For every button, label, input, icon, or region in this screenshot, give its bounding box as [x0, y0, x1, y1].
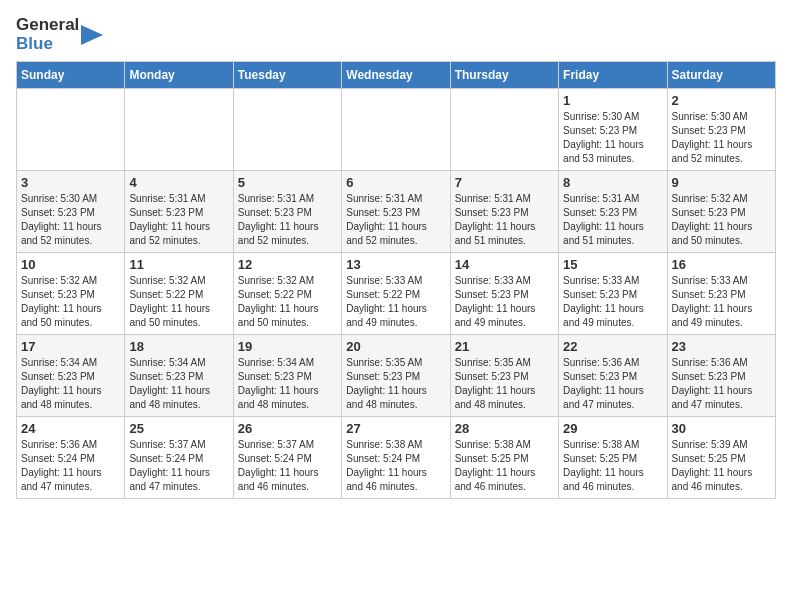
day-number: 17 — [21, 339, 120, 354]
day-info: Sunrise: 5:31 AM Sunset: 5:23 PM Dayligh… — [346, 192, 445, 248]
logo-general-text: General — [16, 16, 79, 35]
calendar-cell: 9Sunrise: 5:32 AM Sunset: 5:23 PM Daylig… — [667, 171, 775, 253]
day-number: 1 — [563, 93, 662, 108]
day-info: Sunrise: 5:39 AM Sunset: 5:25 PM Dayligh… — [672, 438, 771, 494]
day-info: Sunrise: 5:32 AM Sunset: 5:22 PM Dayligh… — [129, 274, 228, 330]
weekday-header-tuesday: Tuesday — [233, 62, 341, 89]
day-info: Sunrise: 5:34 AM Sunset: 5:23 PM Dayligh… — [238, 356, 337, 412]
day-number: 18 — [129, 339, 228, 354]
calendar-cell: 16Sunrise: 5:33 AM Sunset: 5:23 PM Dayli… — [667, 253, 775, 335]
day-number: 27 — [346, 421, 445, 436]
calendar-cell — [17, 89, 125, 171]
day-info: Sunrise: 5:31 AM Sunset: 5:23 PM Dayligh… — [238, 192, 337, 248]
day-info: Sunrise: 5:33 AM Sunset: 5:23 PM Dayligh… — [563, 274, 662, 330]
calendar-cell — [233, 89, 341, 171]
day-info: Sunrise: 5:32 AM Sunset: 5:23 PM Dayligh… — [21, 274, 120, 330]
day-info: Sunrise: 5:38 AM Sunset: 5:25 PM Dayligh… — [563, 438, 662, 494]
day-number: 23 — [672, 339, 771, 354]
day-info: Sunrise: 5:34 AM Sunset: 5:23 PM Dayligh… — [129, 356, 228, 412]
calendar-cell: 6Sunrise: 5:31 AM Sunset: 5:23 PM Daylig… — [342, 171, 450, 253]
weekday-header-sunday: Sunday — [17, 62, 125, 89]
weekday-header-wednesday: Wednesday — [342, 62, 450, 89]
day-number: 2 — [672, 93, 771, 108]
calendar-cell: 29Sunrise: 5:38 AM Sunset: 5:25 PM Dayli… — [559, 417, 667, 499]
calendar-cell: 19Sunrise: 5:34 AM Sunset: 5:23 PM Dayli… — [233, 335, 341, 417]
calendar-cell: 28Sunrise: 5:38 AM Sunset: 5:25 PM Dayli… — [450, 417, 558, 499]
weekday-header-saturday: Saturday — [667, 62, 775, 89]
day-number: 30 — [672, 421, 771, 436]
day-info: Sunrise: 5:30 AM Sunset: 5:23 PM Dayligh… — [563, 110, 662, 166]
day-number: 20 — [346, 339, 445, 354]
calendar-cell: 27Sunrise: 5:38 AM Sunset: 5:24 PM Dayli… — [342, 417, 450, 499]
weekday-header-row: SundayMondayTuesdayWednesdayThursdayFrid… — [17, 62, 776, 89]
day-info: Sunrise: 5:38 AM Sunset: 5:25 PM Dayligh… — [455, 438, 554, 494]
day-number: 29 — [563, 421, 662, 436]
calendar-cell: 13Sunrise: 5:33 AM Sunset: 5:22 PM Dayli… — [342, 253, 450, 335]
weekday-header-friday: Friday — [559, 62, 667, 89]
calendar-cell: 18Sunrise: 5:34 AM Sunset: 5:23 PM Dayli… — [125, 335, 233, 417]
day-info: Sunrise: 5:36 AM Sunset: 5:23 PM Dayligh… — [563, 356, 662, 412]
svg-marker-0 — [81, 25, 103, 45]
day-number: 4 — [129, 175, 228, 190]
calendar-cell: 11Sunrise: 5:32 AM Sunset: 5:22 PM Dayli… — [125, 253, 233, 335]
calendar-week-row: 17Sunrise: 5:34 AM Sunset: 5:23 PM Dayli… — [17, 335, 776, 417]
day-number: 21 — [455, 339, 554, 354]
logo-arrow-icon — [81, 20, 103, 50]
calendar-cell — [342, 89, 450, 171]
day-number: 22 — [563, 339, 662, 354]
calendar-cell: 26Sunrise: 5:37 AM Sunset: 5:24 PM Dayli… — [233, 417, 341, 499]
day-info: Sunrise: 5:32 AM Sunset: 5:23 PM Dayligh… — [672, 192, 771, 248]
day-info: Sunrise: 5:37 AM Sunset: 5:24 PM Dayligh… — [238, 438, 337, 494]
day-number: 8 — [563, 175, 662, 190]
calendar-cell: 10Sunrise: 5:32 AM Sunset: 5:23 PM Dayli… — [17, 253, 125, 335]
day-number: 25 — [129, 421, 228, 436]
day-info: Sunrise: 5:35 AM Sunset: 5:23 PM Dayligh… — [455, 356, 554, 412]
day-info: Sunrise: 5:31 AM Sunset: 5:23 PM Dayligh… — [563, 192, 662, 248]
calendar-cell: 12Sunrise: 5:32 AM Sunset: 5:22 PM Dayli… — [233, 253, 341, 335]
calendar-cell: 22Sunrise: 5:36 AM Sunset: 5:23 PM Dayli… — [559, 335, 667, 417]
calendar-week-row: 10Sunrise: 5:32 AM Sunset: 5:23 PM Dayli… — [17, 253, 776, 335]
day-info: Sunrise: 5:33 AM Sunset: 5:22 PM Dayligh… — [346, 274, 445, 330]
logo-blue-text: Blue — [16, 35, 79, 54]
calendar-cell: 20Sunrise: 5:35 AM Sunset: 5:23 PM Dayli… — [342, 335, 450, 417]
day-number: 3 — [21, 175, 120, 190]
calendar-cell: 4Sunrise: 5:31 AM Sunset: 5:23 PM Daylig… — [125, 171, 233, 253]
calendar-week-row: 1Sunrise: 5:30 AM Sunset: 5:23 PM Daylig… — [17, 89, 776, 171]
day-number: 15 — [563, 257, 662, 272]
day-number: 19 — [238, 339, 337, 354]
day-info: Sunrise: 5:35 AM Sunset: 5:23 PM Dayligh… — [346, 356, 445, 412]
day-info: Sunrise: 5:36 AM Sunset: 5:24 PM Dayligh… — [21, 438, 120, 494]
day-number: 13 — [346, 257, 445, 272]
calendar-week-row: 3Sunrise: 5:30 AM Sunset: 5:23 PM Daylig… — [17, 171, 776, 253]
calendar-cell: 25Sunrise: 5:37 AM Sunset: 5:24 PM Dayli… — [125, 417, 233, 499]
day-info: Sunrise: 5:30 AM Sunset: 5:23 PM Dayligh… — [21, 192, 120, 248]
calendar-cell: 30Sunrise: 5:39 AM Sunset: 5:25 PM Dayli… — [667, 417, 775, 499]
weekday-header-thursday: Thursday — [450, 62, 558, 89]
day-info: Sunrise: 5:37 AM Sunset: 5:24 PM Dayligh… — [129, 438, 228, 494]
day-info: Sunrise: 5:31 AM Sunset: 5:23 PM Dayligh… — [129, 192, 228, 248]
day-number: 14 — [455, 257, 554, 272]
day-info: Sunrise: 5:38 AM Sunset: 5:24 PM Dayligh… — [346, 438, 445, 494]
calendar-cell — [450, 89, 558, 171]
calendar-cell: 1Sunrise: 5:30 AM Sunset: 5:23 PM Daylig… — [559, 89, 667, 171]
day-number: 12 — [238, 257, 337, 272]
day-info: Sunrise: 5:33 AM Sunset: 5:23 PM Dayligh… — [455, 274, 554, 330]
calendar-cell: 7Sunrise: 5:31 AM Sunset: 5:23 PM Daylig… — [450, 171, 558, 253]
calendar-cell: 2Sunrise: 5:30 AM Sunset: 5:23 PM Daylig… — [667, 89, 775, 171]
day-number: 6 — [346, 175, 445, 190]
calendar-table: SundayMondayTuesdayWednesdayThursdayFrid… — [16, 61, 776, 499]
day-number: 10 — [21, 257, 120, 272]
day-number: 7 — [455, 175, 554, 190]
calendar-week-row: 24Sunrise: 5:36 AM Sunset: 5:24 PM Dayli… — [17, 417, 776, 499]
calendar-cell: 21Sunrise: 5:35 AM Sunset: 5:23 PM Dayli… — [450, 335, 558, 417]
calendar-cell: 24Sunrise: 5:36 AM Sunset: 5:24 PM Dayli… — [17, 417, 125, 499]
page-header: General Blue — [16, 16, 776, 53]
day-number: 11 — [129, 257, 228, 272]
calendar-cell: 23Sunrise: 5:36 AM Sunset: 5:23 PM Dayli… — [667, 335, 775, 417]
weekday-header-monday: Monday — [125, 62, 233, 89]
day-number: 28 — [455, 421, 554, 436]
calendar-cell — [125, 89, 233, 171]
calendar-cell: 5Sunrise: 5:31 AM Sunset: 5:23 PM Daylig… — [233, 171, 341, 253]
day-info: Sunrise: 5:30 AM Sunset: 5:23 PM Dayligh… — [672, 110, 771, 166]
day-info: Sunrise: 5:34 AM Sunset: 5:23 PM Dayligh… — [21, 356, 120, 412]
